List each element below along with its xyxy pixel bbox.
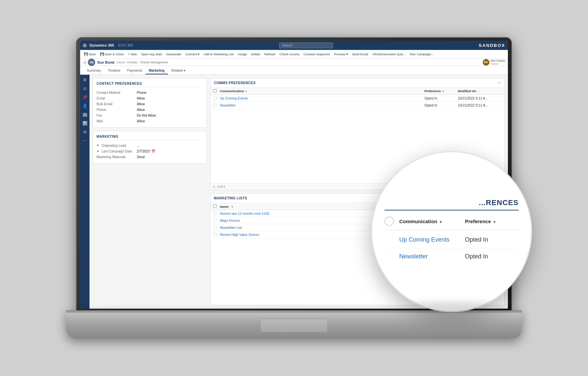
- send-email-button[interactable]: Send Email: [350, 52, 370, 57]
- search-input[interactable]: [279, 43, 333, 48]
- sidebar-more-icon[interactable]: ⋯: [82, 138, 87, 144]
- row2-modified: 10/21/2022 9:11 A...: [458, 103, 502, 107]
- add-marketing-list-button[interactable]: Add to Marketing List: [202, 52, 235, 57]
- run-campaign-button[interactable]: Run Campaign...: [408, 52, 435, 57]
- save-close-button[interactable]: 💾 Save & Close: [98, 52, 126, 57]
- deactivate-button[interactable]: Deactivate: [165, 52, 183, 57]
- marketing-section-header: MARKETING: [97, 135, 203, 140]
- field-value-email: Allow: [137, 97, 145, 100]
- col-preference-header[interactable]: Preference ▾: [424, 89, 458, 93]
- magnifier-header-row: Communication ▾ Preference ▾: [385, 213, 519, 230]
- row1-check: [213, 96, 220, 100]
- row1-comm-link[interactable]: Up Coming Events: [220, 97, 248, 100]
- process-button[interactable]: Process ▾: [332, 52, 349, 57]
- sidebar-data-icon[interactable]: 📊: [82, 120, 88, 126]
- save-icon: 💾: [84, 52, 88, 56]
- open-org-chart-button[interactable]: Open org chart: [139, 52, 164, 57]
- contact-avatar: SB: [88, 59, 95, 66]
- row1-radio[interactable]: [213, 96, 217, 100]
- tabs-bar: Summary Timeline Payments Marketing Rela…: [80, 66, 508, 75]
- field-value-phone: Allow: [137, 108, 145, 112]
- clickdimensions-button[interactable]: ClickDimensions Quic...: [370, 52, 407, 57]
- field-value-bulk-email: Allow: [137, 102, 145, 106]
- sandbox-badge: SANDBOX: [479, 43, 505, 48]
- magnifier-row2-communication[interactable]: Newsletter: [399, 253, 465, 260]
- tab-related[interactable]: Related ▾: [168, 67, 189, 74]
- saved-status: Saved: [116, 61, 125, 64]
- save-close-icon: 💾: [100, 52, 104, 56]
- field-phone: Phone Allow: [97, 107, 203, 113]
- left-column: CONTACT PREFERENCES Contact Method Phone…: [93, 78, 207, 305]
- magnifier-title-partial: ...RENCES: [385, 198, 519, 210]
- connect-sequence-button[interactable]: Connect sequence: [302, 52, 332, 57]
- field-email: Email Allow: [97, 96, 203, 101]
- sidebar-org-icon[interactable]: 🏢: [82, 112, 88, 118]
- sidebar-home-icon[interactable]: ⊞: [82, 77, 87, 83]
- ml-row4-radio[interactable]: [213, 233, 217, 237]
- comms-more-icon[interactable]: ⋯: [497, 81, 501, 85]
- comms-row-1: Up Coming Events Opted In 10/21/2022 9:1…: [211, 95, 504, 102]
- back-button[interactable]: ◁: [83, 60, 86, 65]
- row2-radio[interactable]: [213, 103, 217, 107]
- tab-summary[interactable]: Summary: [83, 67, 105, 74]
- scene: ⊞ Dynamics 365 EVO 365 SANDBOX 💾 Save: [0, 0, 588, 376]
- row2-comm-link[interactable]: Newsletter: [220, 104, 236, 107]
- field-contact-method: Contact Method Phone: [97, 90, 203, 96]
- ml-check-header: [213, 204, 220, 208]
- communication-sort-icon: ▾: [245, 90, 247, 93]
- tab-marketing[interactable]: Marketing: [145, 67, 168, 74]
- delete-button[interactable]: Delete: [249, 52, 262, 57]
- calendar-icon[interactable]: 📅: [151, 149, 155, 153]
- ml-row4-check: [213, 233, 220, 237]
- owner-info: Ben Davies Owner: [491, 59, 505, 65]
- contact-preferences-card: CONTACT PREFERENCES Contact Method Phone…: [93, 78, 207, 128]
- contact-subtitle: Contact · Charity Management: [127, 61, 168, 64]
- row1-communication: Up Coming Events: [220, 96, 424, 100]
- connect-button[interactable]: Connect ▾: [184, 52, 201, 57]
- ml-row3-radio[interactable]: [213, 226, 217, 230]
- assign-button[interactable]: Assign: [236, 52, 249, 57]
- ml-row1-radio[interactable]: [213, 211, 217, 215]
- mag-communication-col-header[interactable]: Communication ▾: [399, 218, 465, 224]
- laptop-base: [66, 310, 522, 339]
- sidebar-contacts-icon[interactable]: 👤: [82, 103, 88, 109]
- preference-sort-icon: ▾: [443, 90, 444, 93]
- field-marketing-materials: Marketing Materials Send: [97, 154, 203, 160]
- refresh-button[interactable]: Refresh: [262, 52, 277, 57]
- ml-name-sort-icon: ↑▾: [230, 205, 233, 208]
- ml-select-all[interactable]: [213, 204, 217, 208]
- field-label-originating-lead: ⚑ Originating Lead: [97, 144, 137, 147]
- ml-row1-check: [213, 211, 220, 215]
- search-area: [136, 43, 476, 48]
- app-name-label: Dynamics 365: [90, 43, 114, 47]
- camera: [293, 39, 295, 41]
- tab-payments[interactable]: Payments: [124, 67, 145, 74]
- app-grid-icon[interactable]: ⊞: [83, 43, 87, 48]
- col-communication-header[interactable]: Communication ▾: [220, 89, 424, 93]
- campaign-icon: ⚑: [97, 150, 99, 153]
- sidebar-recent-icon[interactable]: ◎: [82, 85, 87, 91]
- sidebar-icons: ⊞ ◎ 📌 👤 🏢 📊 ⚙ ⋯: [80, 75, 90, 309]
- sidebar-pin-icon[interactable]: 📌: [82, 94, 88, 100]
- row2-check: [213, 103, 220, 107]
- magnifier-row-1: Up Coming Events Opted In: [385, 232, 519, 248]
- mag-preference-col-header[interactable]: Preference ▾: [465, 218, 519, 224]
- mag-pref-chevron: ▾: [493, 220, 495, 224]
- col-check-header: [213, 89, 220, 93]
- lead-icon: ⚑: [97, 144, 99, 147]
- new-button[interactable]: + New: [126, 52, 138, 57]
- check-access-button[interactable]: Check Access: [278, 52, 301, 57]
- ml-row2-radio[interactable]: [213, 218, 217, 223]
- mag-check-circle[interactable]: [385, 216, 394, 226]
- sidebar-settings-icon[interactable]: ⚙: [82, 129, 87, 135]
- contact-preferences-header: CONTACT PREFERENCES: [97, 82, 203, 87]
- save-button[interactable]: 💾 Save: [82, 52, 98, 57]
- row1-preference: Opted In: [424, 96, 458, 100]
- tab-timeline[interactable]: Timeline: [105, 67, 124, 74]
- col-modified-header[interactable]: Modified On ↓: [458, 89, 502, 93]
- magnifier-row1-communication[interactable]: Up Coming Events: [399, 236, 465, 243]
- select-all-checkbox[interactable]: [213, 89, 217, 92]
- top-bar: ⊞ Dynamics 365 EVO 365 SANDBOX: [80, 41, 508, 50]
- magnifier-overlay: ...RENCES Communication ▾ Preference ▾: [371, 151, 532, 312]
- field-label-mail: Mail: [97, 119, 137, 123]
